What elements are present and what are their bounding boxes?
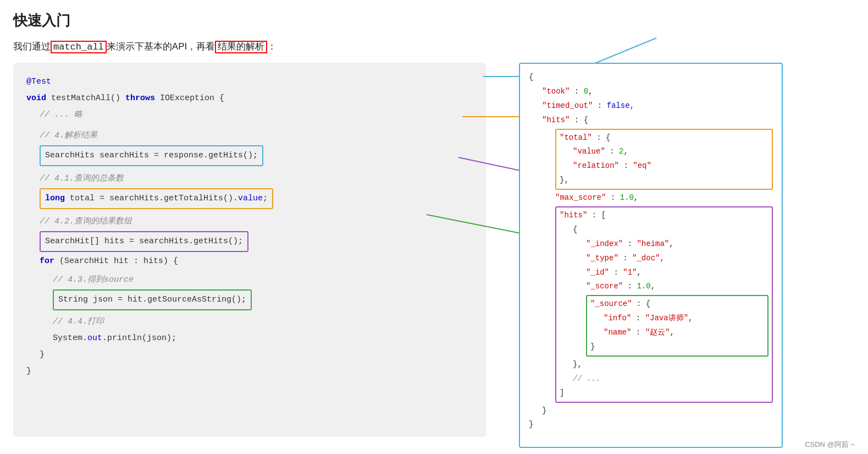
close-brace2: } (26, 367, 31, 376)
value-val: 2 (619, 147, 623, 156)
close-brace2-line: } (26, 363, 473, 380)
comment4-text: // 4.2.查询的结果数组 (40, 217, 132, 226)
info-key: "info" (604, 314, 631, 322)
print-line: System.out.println(json); (53, 330, 473, 347)
main-layout: @Test void testMatchAll() throws IOExcep… (13, 63, 855, 448)
json-name-line: "name" : "赵云", (604, 326, 764, 340)
hits-outer-key: "hits" (542, 116, 570, 124)
relation-key: "relation" (573, 161, 619, 170)
void-keyword: void (26, 94, 46, 103)
json-array-open: { (573, 223, 769, 237)
max-score-key: "max_score" (555, 193, 606, 202)
for-indent: for (SearchHit hit : hits) { (40, 256, 178, 266)
orange-code-box: long total = searchHits.getTotalHits().v… (40, 188, 273, 209)
took-val: 0 (584, 87, 588, 96)
for-keyword: for (40, 256, 54, 266)
ellipsis-comment: // ... (573, 374, 600, 383)
purple-code-text: SearchHit[] hits = searchHits.getHits(); (45, 237, 243, 246)
score-key: "_score" (586, 282, 623, 291)
name-val: "赵云" (645, 328, 670, 337)
json-hits-array-key: "hits" : [ (560, 209, 769, 223)
hits-array-key: "hits" (560, 211, 587, 220)
result-parse-highlight: 结果的解析 (215, 41, 267, 53)
blue-line-container: SearchHits searchHits = response.getHits… (40, 144, 473, 167)
orange-line-container: long total = searchHits.getTotalHits().v… (40, 187, 473, 210)
json-info-line: "info" : "Java讲师", (604, 311, 764, 326)
purple-line-container: SearchHit[] hits = searchHits.getHits(); (40, 230, 473, 253)
value-key: "value" (573, 147, 605, 156)
json-hits-outer-key: "hits" : { (542, 113, 773, 128)
info-val: "Java讲师" (645, 314, 688, 322)
long-keyword: long (45, 194, 65, 203)
out-keyword: out (87, 333, 102, 343)
json-type-line: "_type" : "_doc", (586, 251, 769, 266)
print-text: System. (53, 333, 87, 343)
comment1-line: // ... 略 (40, 107, 473, 123)
annotation-line: @Test (26, 74, 473, 90)
json-total-close: }, (560, 173, 769, 188)
green-code-box: String json = hit.getSourceAsString(); (53, 289, 252, 310)
json-id-line: "_id" : "1", (586, 266, 769, 280)
orange-code-text: total = searchHits.getTotalHits(). (70, 194, 238, 203)
json-array-close: }, (573, 358, 769, 372)
comment4-line: // 4.2.查询的结果数组 (40, 214, 473, 230)
blue-code-box: SearchHits searchHits = response.getHits… (40, 145, 263, 166)
comment6-text: // 4.4.打印 (53, 317, 104, 326)
json-array-bracket-close: ] (560, 386, 769, 401)
score-val: 1.0 (637, 282, 650, 291)
type-key: "_type" (586, 254, 618, 262)
json-total-key-line: "total" : { (560, 131, 769, 145)
source-key: "_source" (590, 299, 632, 308)
index-val: "heima" (637, 239, 669, 248)
intro-end: ： (267, 41, 277, 52)
json-source-close: } (590, 340, 764, 354)
green-code-text: String json = hit.getSourceAsString(); (58, 295, 246, 304)
comment6-line: // 4.4.打印 (53, 314, 473, 330)
annotation-keyword: @Test (26, 77, 51, 86)
comment2-line: // 4.解析结果 (40, 128, 473, 144)
orange-code-semi: ; (263, 194, 268, 203)
json-relation-line: "relation" : "eq" (573, 159, 769, 173)
exception-name: IOException { (160, 94, 224, 103)
green-line-container: String json = hit.getSourceAsString(); (53, 288, 473, 311)
void-line: void testMatchAll() throws IOException { (26, 90, 473, 107)
json-hits-array-box: "hits" : [ { "_index" : "heima", "_type"… (555, 206, 773, 403)
comment3-line: // 4.1.查询的总条数 (40, 171, 473, 187)
timed-out-val: false (607, 101, 630, 110)
json-open-brace: { (529, 70, 773, 85)
close-brace1-line: } (40, 347, 473, 363)
id-val: "1" (623, 268, 637, 277)
code-panel: @Test void testMatchAll() throws IOExcep… (13, 63, 486, 437)
json-took: "took" : 0, (542, 85, 773, 99)
json-timed-out: "timed_out" : false, (542, 99, 773, 113)
throws-keyword: throws (125, 94, 155, 103)
json-hits-outer-close: } (542, 404, 773, 418)
purple-code-box: SearchHit[] hits = searchHits.getHits(); (40, 231, 248, 252)
print-method: .println(json); (102, 333, 176, 343)
type-val: "_doc" (632, 254, 660, 262)
timed-out-key: "timed_out" (542, 101, 593, 110)
json-source-box: "_source" : { "info" : "Java讲师", "name" … (586, 295, 769, 357)
method-name: testMatchAll() (51, 94, 125, 103)
json-source-key-line: "_source" : { (590, 297, 764, 311)
intro-before: 我们通过 (13, 41, 51, 52)
comment2-text: // 4.解析结果 (40, 131, 97, 140)
watermark: CSDN @阿茹 ~ (805, 440, 855, 450)
code-block: @Test void testMatchAll() throws IOExcep… (26, 74, 473, 380)
total-key: "total" (560, 133, 592, 142)
id-key: "_id" (586, 268, 609, 277)
json-close-brace: } (529, 418, 773, 432)
json-value-line: "value" : 2, (573, 145, 769, 159)
index-key: "_index" (586, 239, 623, 248)
comment5-line: // 4.3.得到source (53, 272, 473, 288)
took-key: "took" (542, 87, 570, 96)
for-line: for (SearchHit hit : hits) { (26, 253, 473, 270)
intro-middle: 来演示下基本的API，再看 (107, 41, 215, 52)
max-score-val: 1.0 (620, 193, 634, 202)
json-max-score: "max_score" : 1.0, (555, 191, 773, 205)
comment1-text: // ... 略 (40, 110, 82, 119)
name-key: "name" (604, 328, 631, 337)
comment3-text: // 4.1.查询的总条数 (40, 174, 124, 183)
json-total-box: "total" : { "value" : 2, "relation" : "e… (555, 129, 773, 190)
match-all-highlight: match_all (51, 41, 107, 53)
